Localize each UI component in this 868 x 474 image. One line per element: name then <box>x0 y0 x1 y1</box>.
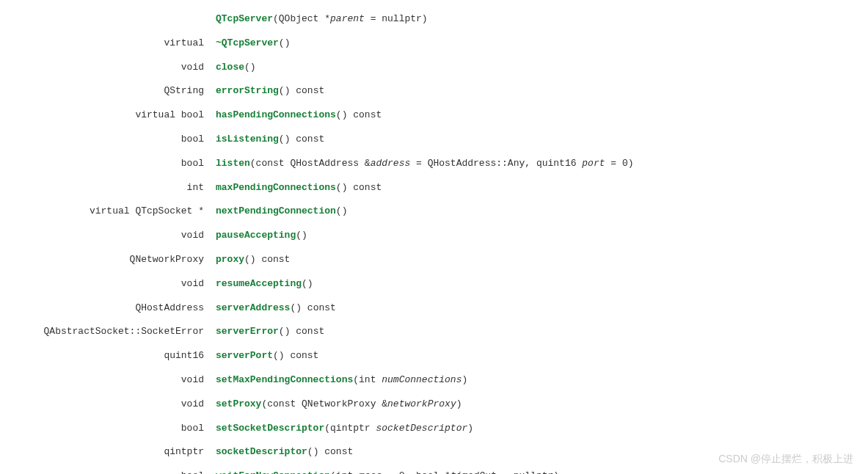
signature-args: () <box>296 230 307 241</box>
function-name-link[interactable]: waitForNewConnection <box>216 470 330 474</box>
table-row: voidsetProxy(const QNetworkProxy &networ… <box>15 393 853 417</box>
return-type: QHostAddress <box>15 296 210 321</box>
signature-cell: close() <box>210 56 853 80</box>
signature-cell: setMaxPendingConnections(int numConnecti… <box>210 368 853 393</box>
signature-cell: nextPendingConnection() <box>210 200 853 224</box>
return-type: void <box>15 393 210 417</box>
table-row: voidclose() <box>15 56 853 80</box>
signature-cell: setProxy(const QNetworkProxy &networkPro… <box>210 393 853 417</box>
function-name-link[interactable]: socketDescriptor <box>216 446 307 457</box>
signature-cell: errorString() const <box>210 79 853 103</box>
return-type: virtual bool <box>15 103 210 128</box>
function-name-link[interactable]: serverError <box>216 326 279 337</box>
function-name-link[interactable]: resumeAccepting <box>216 278 302 289</box>
table-row: virtual QTcpSocket *nextPendingConnectio… <box>15 200 853 224</box>
table-row: boolwaitForNewConnection(int msec = 0, b… <box>15 464 853 474</box>
signature-args: () <box>244 62 256 73</box>
signature-args: () const <box>279 134 324 145</box>
return-type: QAbstractSocket::SocketError <box>15 320 210 344</box>
return-type: void <box>15 224 210 248</box>
signature-args: (qintptr socketDescriptor) <box>324 423 473 434</box>
return-type: bool <box>15 417 210 441</box>
signature-args: (const QHostAddress &address = QHostAddr… <box>250 158 634 169</box>
table-row: qintptrsocketDescriptor() const <box>15 440 853 464</box>
table-row: intmaxPendingConnections() const <box>15 176 853 200</box>
signature-args: () const <box>273 350 318 361</box>
function-name-link[interactable]: maxPendingConnections <box>216 182 336 193</box>
signature-args: () const <box>307 446 353 457</box>
signature-args: (int msec = 0, bool *timedOut = nullptr) <box>330 470 559 474</box>
return-type: QNetworkProxy <box>15 248 210 272</box>
function-name-link[interactable]: isListening <box>216 134 279 145</box>
function-name-link[interactable]: serverAddress <box>216 302 290 313</box>
signature-cell: serverError() const <box>210 320 853 344</box>
table-row: voidresumeAccepting() <box>15 272 853 296</box>
signature-args: (int numConnections) <box>353 374 467 385</box>
signature-cell: pauseAccepting() <box>210 224 853 248</box>
function-name-link[interactable]: nextPendingConnection <box>216 205 336 216</box>
signature-cell: maxPendingConnections() const <box>210 176 853 200</box>
function-name-link[interactable]: ~QTcpServer <box>216 37 279 48</box>
signature-cell: serverAddress() const <box>210 296 853 321</box>
signature-cell: hasPendingConnections() const <box>210 103 853 128</box>
signature-args: () const <box>336 182 382 193</box>
return-type: QString <box>15 79 210 103</box>
return-type: int <box>15 176 210 200</box>
signature-args: () <box>336 205 348 216</box>
table-row: quint16serverPort() const <box>15 344 853 368</box>
function-name-link[interactable]: serverPort <box>216 350 273 361</box>
return-type <box>15 7 210 32</box>
signature-args: () <box>279 37 291 48</box>
function-name-link[interactable]: close <box>216 62 244 73</box>
return-type: virtual QTcpSocket * <box>15 200 210 224</box>
signature-args: () const <box>244 254 290 265</box>
signature-args: (const QNetworkProxy &networkProxy) <box>261 398 462 409</box>
table-row: QTcpServer(QObject *parent = nullptr) <box>15 7 853 32</box>
function-name-link[interactable]: setSocketDescriptor <box>216 423 324 434</box>
return-type: void <box>15 368 210 393</box>
signature-cell: waitForNewConnection(int msec = 0, bool … <box>210 464 853 474</box>
return-type: qintptr <box>15 440 210 464</box>
function-name-link[interactable]: listen <box>216 158 250 169</box>
table-row: QStringerrorString() const <box>15 79 853 103</box>
return-type: quint16 <box>15 344 210 368</box>
return-type: bool <box>15 464 210 474</box>
function-name-link[interactable]: setMaxPendingConnections <box>216 374 353 385</box>
signature-cell: resumeAccepting() <box>210 272 853 296</box>
table-row: voidsetMaxPendingConnections(int numConn… <box>15 368 853 393</box>
table-row: voidpauseAccepting() <box>15 224 853 248</box>
return-type: void <box>15 56 210 80</box>
signature-cell: isListening() const <box>210 128 853 152</box>
function-name-link[interactable]: errorString <box>216 85 279 96</box>
api-members-table: QTcpServer(QObject *parent = nullptr)vir… <box>15 7 853 474</box>
return-type: virtual <box>15 32 210 56</box>
signature-cell: QTcpServer(QObject *parent = nullptr) <box>210 7 853 32</box>
signature-cell: setSocketDescriptor(qintptr socketDescri… <box>210 417 853 441</box>
return-type: void <box>15 272 210 296</box>
signature-args: () const <box>279 85 324 96</box>
table-row: boolsetSocketDescriptor(qintptr socketDe… <box>15 417 853 441</box>
function-name-link[interactable]: setProxy <box>216 398 261 409</box>
table-row: boolisListening() const <box>15 128 853 152</box>
signature-args: () const <box>336 109 382 120</box>
table-row: virtual~QTcpServer() <box>15 32 853 56</box>
signature-cell: serverPort() const <box>210 344 853 368</box>
signature-cell: ~QTcpServer() <box>210 32 853 56</box>
return-type: bool <box>15 152 210 176</box>
signature-cell: listen(const QHostAddress &address = QHo… <box>210 152 853 176</box>
return-type: bool <box>15 128 210 152</box>
signature-args: () const <box>290 302 335 313</box>
function-name-link[interactable]: hasPendingConnections <box>216 109 336 120</box>
function-name-link[interactable]: proxy <box>216 254 244 265</box>
table-row: virtual boolhasPendingConnections() cons… <box>15 103 853 128</box>
signature-args: () const <box>279 326 324 337</box>
table-row: QNetworkProxyproxy() const <box>15 248 853 272</box>
table-row: QHostAddressserverAddress() const <box>15 296 853 321</box>
function-name-link[interactable]: pauseAccepting <box>216 230 296 241</box>
signature-args: () <box>302 278 313 289</box>
signature-args: (QObject *parent = nullptr) <box>273 13 428 24</box>
table-row: QAbstractSocket::SocketErrorserverError(… <box>15 320 853 344</box>
signature-cell: socketDescriptor() const <box>210 440 853 464</box>
function-name-link[interactable]: QTcpServer <box>216 13 273 24</box>
signature-cell: proxy() const <box>210 248 853 272</box>
